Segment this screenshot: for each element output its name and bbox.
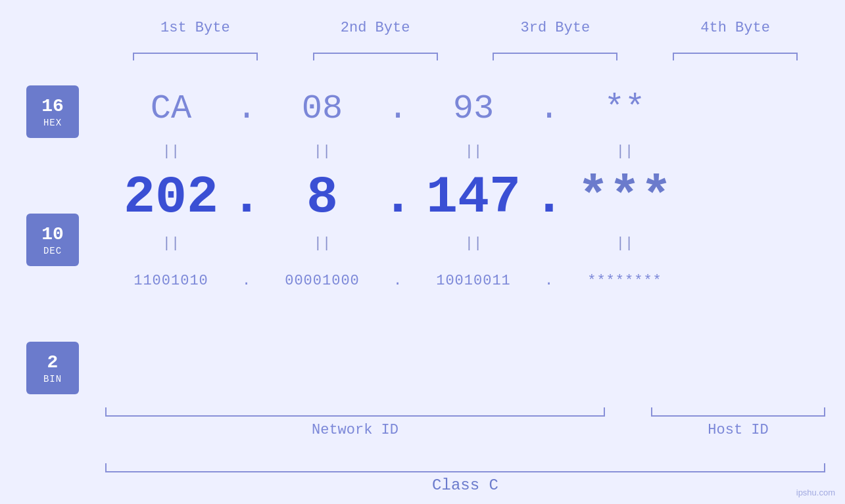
bin-badge: 2 BIN: [26, 342, 79, 394]
eq1-b4: ||: [559, 143, 690, 160]
hex-label: HEX: [43, 118, 62, 128]
byte1-header: 1st Byte: [130, 20, 261, 36]
hex-dot1: .: [236, 89, 256, 128]
main-grid: CA . 08 . 93 . ** || || || || 202 . 8 . …: [105, 79, 825, 306]
eq2-b2: ||: [256, 235, 388, 252]
hex-dot3: .: [539, 89, 559, 128]
bin-b1: 11001010: [133, 273, 208, 289]
bin-b3: 10010011: [436, 273, 511, 289]
base-labels: 16 HEX 10 DEC 2 BIN: [26, 85, 79, 394]
hex-b4: **: [604, 89, 645, 128]
hex-b2: 08: [302, 89, 343, 128]
byte2-header: 2nd Byte: [310, 20, 441, 36]
bracket-host: [651, 407, 825, 417]
hex-b1: CA: [151, 89, 191, 128]
network-id-label: Network ID: [105, 422, 605, 438]
class-label: Class C: [105, 476, 825, 494]
eq-row-2: || || || ||: [105, 230, 825, 256]
bracket-byte2: [313, 53, 438, 60]
bracket-network: [105, 407, 605, 417]
byte4-header: 4th Byte: [669, 20, 801, 36]
dec-b4: ***: [577, 168, 672, 227]
bin-b2: 00001000: [285, 273, 360, 289]
eq1-b3: ||: [408, 143, 539, 160]
dec-dot1: .: [231, 168, 262, 227]
dec-label: DEC: [43, 246, 62, 256]
hex-row: CA . 08 . 93 . **: [105, 79, 825, 138]
main-container: 1st Byte 2nd Byte 3rd Byte 4th Byte 16 H…: [0, 0, 845, 504]
bracket-byte1: [133, 53, 258, 60]
dec-b3: 147: [426, 168, 521, 227]
hex-b3: 93: [453, 89, 494, 128]
class-section: Class C: [105, 463, 825, 494]
bracket-byte4: [673, 53, 798, 60]
hex-num: 16: [41, 95, 64, 118]
dec-b2: 8: [306, 168, 338, 227]
bin-dot3: .: [544, 273, 554, 289]
dec-b1: 202: [124, 168, 218, 227]
hex-dot2: .: [387, 89, 408, 128]
byte3-header: 3rd Byte: [489, 20, 621, 36]
dec-row: 202 . 8 . 147 . ***: [105, 164, 825, 230]
dec-dot3: .: [533, 168, 565, 227]
bracket-bottom-row: [105, 407, 825, 417]
eq2-b4: ||: [559, 235, 690, 252]
hex-badge: 16 HEX: [26, 85, 79, 138]
dec-badge: 10 DEC: [26, 214, 79, 266]
bin-label: BIN: [43, 374, 62, 384]
bin-dot1: .: [242, 273, 251, 289]
bin-row: 11001010 . 00001000 . 10010011 . *******…: [105, 256, 825, 306]
bin-dot2: .: [393, 273, 402, 289]
class-bracket: [105, 463, 825, 472]
host-id-label: Host ID: [651, 422, 825, 438]
eq2-b3: ||: [408, 235, 539, 252]
watermark: ipshu.com: [796, 488, 835, 497]
bottom-section: Network ID Host ID: [105, 407, 825, 438]
top-brackets: [105, 53, 825, 60]
eq2-b1: ||: [105, 235, 237, 252]
bin-num: 2: [47, 352, 59, 374]
eq1-b1: ||: [105, 143, 237, 160]
eq1-b2: ||: [256, 143, 388, 160]
byte-headers: 1st Byte 2nd Byte 3rd Byte 4th Byte: [105, 20, 825, 36]
bracket-labels: Network ID Host ID: [105, 422, 825, 438]
eq-row-1: || || || ||: [105, 138, 825, 164]
bin-b4: ********: [587, 273, 662, 289]
dec-num: 10: [41, 223, 64, 246]
bracket-byte3: [493, 53, 617, 60]
dec-dot2: .: [382, 168, 414, 227]
